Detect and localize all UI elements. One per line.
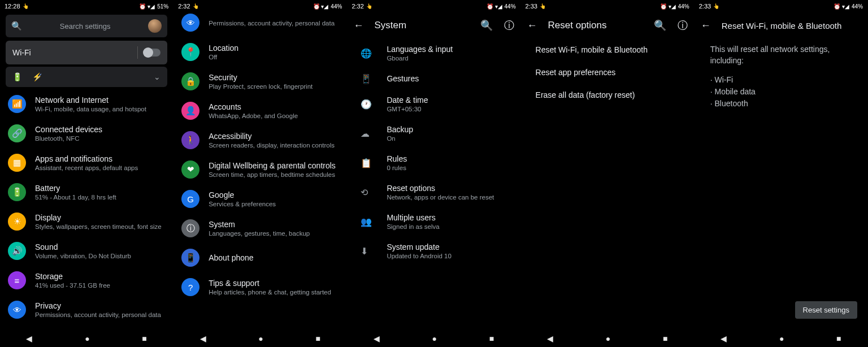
nav-home-icon[interactable]: ● xyxy=(606,334,610,343)
row-title: Storage xyxy=(35,272,165,281)
row-title: Google xyxy=(209,190,338,199)
row-sub: 41% used - 37.51 GB free xyxy=(35,282,165,289)
settings-row[interactable]: ▦ Apps and notifications Assistant, rece… xyxy=(3,148,170,177)
wifi-toggle[interactable] xyxy=(144,49,160,57)
touch-icon: 👆 xyxy=(193,3,199,9)
row-sub: Help articles, phone & chat, getting sta… xyxy=(209,289,338,296)
row-title: Connected devices xyxy=(35,125,165,134)
nav-back-icon[interactable]: ◀ xyxy=(547,334,553,343)
status-indicators: ⏰ ▾◢ xyxy=(487,3,502,10)
row-sub: 0 rules xyxy=(387,164,509,171)
avatar[interactable] xyxy=(148,19,162,33)
nav-back-icon[interactable]: ◀ xyxy=(200,334,206,343)
settings-row[interactable]: 👤 Accounts WhatsApp, Adobe, and Google xyxy=(177,96,343,125)
system-row[interactable]: ⬇ System update Updated to Android 10 xyxy=(350,236,517,266)
back-icon[interactable]: ← xyxy=(526,20,539,32)
settings-row[interactable]: 🔗 Connected devices Bluetooth, NFC xyxy=(3,119,170,148)
row-sub: On xyxy=(387,135,509,142)
settings-row[interactable]: ❤ Digital Wellbeing & parental controls … xyxy=(177,155,343,184)
system-row[interactable]: ⟲ Reset options Network, apps or device … xyxy=(350,177,517,207)
row-title: Languages & input xyxy=(387,45,509,54)
status-bar: 2:33 👆 ⏰ ▾◢ 44% xyxy=(695,0,867,12)
row-icon: ≡ xyxy=(8,271,26,289)
touch-icon: 👆 xyxy=(23,3,29,9)
system-row[interactable]: 👥 Multiple users Signed in as selva xyxy=(350,207,517,236)
nav-home-icon[interactable]: ● xyxy=(779,334,784,343)
battery: 44% xyxy=(505,3,516,10)
settings-row[interactable]: ? Tips & support Help articles, phone & … xyxy=(177,272,343,302)
settings-row[interactable]: ⓘ System Languages, gestures, time, back… xyxy=(177,214,343,243)
status-bar: 2:32 👆 ⏰ ▾◢ 44% xyxy=(173,0,346,12)
battery: 44% xyxy=(678,3,689,10)
help-icon[interactable]: ⓘ xyxy=(502,19,516,32)
system-row[interactable]: 📋 Rules 0 rules xyxy=(350,148,517,177)
settings-row[interactable]: 🔒 Security Play Protect, screen lock, fi… xyxy=(177,67,343,96)
settings-row[interactable]: 👁 Privacy Permissions, account activity,… xyxy=(3,295,170,324)
row-title: System xyxy=(209,220,338,229)
nav-recent-icon[interactable]: ■ xyxy=(489,334,494,343)
row-title: Accounts xyxy=(209,102,338,111)
row-title: Date & time xyxy=(387,96,509,105)
search-icon[interactable]: 🔍 xyxy=(653,19,667,32)
reset-option-row[interactable]: Reset Wi-Fi, mobile & Bluetooth xyxy=(524,38,691,61)
row-sub: Off xyxy=(209,54,338,60)
row-sub: Play Protect, screen lock, fingerprint xyxy=(209,83,338,90)
search-bar[interactable]: 🔍 Search settings xyxy=(6,15,167,37)
reset-option-row[interactable]: Erase all data (factory reset) xyxy=(524,84,691,106)
nav-home-icon[interactable]: ● xyxy=(85,334,89,343)
back-icon[interactable]: ← xyxy=(699,20,713,32)
system-row[interactable]: 🌐 Languages & input Gboard xyxy=(350,38,517,68)
nav-recent-icon[interactable]: ■ xyxy=(663,334,667,343)
nav-recent-icon[interactable]: ■ xyxy=(836,334,841,343)
settings-row[interactable]: 🚶 Accessibility Screen readers, display,… xyxy=(177,125,343,155)
touch-icon: 👆 xyxy=(366,3,372,9)
battery: 44% xyxy=(331,3,342,10)
settings-row[interactable]: 📍 Location Off xyxy=(177,37,343,67)
chevron-down-icon[interactable]: ⌄ xyxy=(154,72,160,81)
wifi-chip[interactable]: Wi-Fi xyxy=(6,41,167,64)
settings-row[interactable]: ☀ Display Styles, wallpapers, screen tim… xyxy=(3,207,170,236)
system-row[interactable]: ☁ Backup On xyxy=(350,119,517,148)
settings-row[interactable]: ≡ Storage 41% used - 37.51 GB free xyxy=(3,266,170,295)
help-icon[interactable]: ⓘ xyxy=(676,19,689,32)
settings-row-partial[interactable]: 👁 Permissions, account activity, persona… xyxy=(177,12,343,37)
row-icon: 🔊 xyxy=(8,242,26,260)
reset-settings-button[interactable]: Reset settings xyxy=(795,301,857,319)
nav-home-icon[interactable]: ● xyxy=(432,334,437,343)
search-placeholder: Search settings xyxy=(22,22,148,31)
settings-row[interactable]: 📱 About phone xyxy=(177,243,343,272)
row-icon: 👤 xyxy=(181,102,199,120)
nav-recent-icon[interactable]: ■ xyxy=(316,334,320,343)
settings-row[interactable]: 📶 Network and Internet Wi-Fi, mobile, da… xyxy=(3,89,170,119)
settings-row[interactable]: 🔋 Battery 51% - About 1 day, 8 hrs left xyxy=(3,177,170,207)
status-bar: 2:32 👆 ⏰ ▾◢ 44% xyxy=(347,0,520,12)
row-icon: ☁ xyxy=(361,128,370,139)
row-title: About phone xyxy=(209,253,338,262)
bullet-item: · Wi-Fi xyxy=(710,74,852,86)
toolbar: ← Reset Wi-Fi, mobile & Bluetooth xyxy=(695,12,867,38)
row-title: Rules xyxy=(387,154,509,163)
nav-bar: ◀ ● ■ xyxy=(347,330,520,347)
system-row[interactable]: 📱 Gestures xyxy=(350,68,517,89)
row-sub: Wi-Fi, mobile, data usage, and hotspot xyxy=(35,106,165,112)
row-title: Location xyxy=(209,44,338,53)
settings-row[interactable]: G Google Services & preferences xyxy=(177,184,343,214)
back-icon[interactable]: ← xyxy=(351,20,365,32)
nav-back-icon[interactable]: ◀ xyxy=(26,334,32,343)
reset-option-row[interactable]: Reset app preferences xyxy=(524,61,691,84)
row-title: Battery xyxy=(35,184,165,193)
touch-icon: 👆 xyxy=(540,3,546,9)
nav-home-icon[interactable]: ● xyxy=(258,334,263,343)
flash-off-icon: ⚡̸ xyxy=(32,72,42,81)
settings-row[interactable]: 🔊 Sound Volume, vibration, Do Not Distur… xyxy=(3,236,170,266)
page-title: Reset Wi-Fi, mobile & Bluetooth xyxy=(722,21,863,31)
nav-recent-icon[interactable]: ■ xyxy=(142,334,146,343)
row-title: Backup xyxy=(387,125,509,134)
page-title: System xyxy=(374,20,470,31)
system-row[interactable]: 🕐 Date & time GMT+05:30 xyxy=(350,89,517,119)
quick-chip-bar[interactable]: 🔋 ⚡̸ ⌄ xyxy=(6,67,167,87)
search-icon[interactable]: 🔍 xyxy=(480,19,493,32)
bullet-item: · Bluetooth xyxy=(710,98,852,110)
nav-back-icon[interactable]: ◀ xyxy=(721,334,727,343)
nav-back-icon[interactable]: ◀ xyxy=(374,334,380,343)
